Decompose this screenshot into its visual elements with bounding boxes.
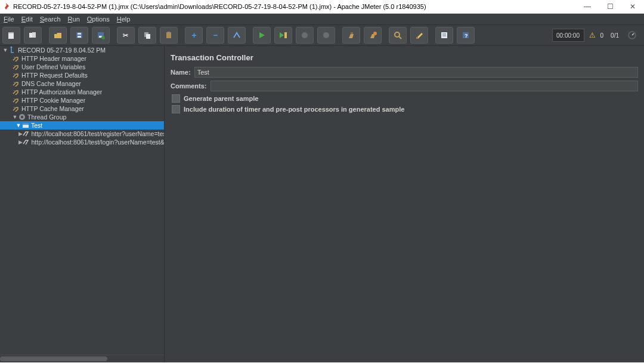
tree-item-label: HTTP Cache Manager xyxy=(21,105,84,112)
sampler-icon xyxy=(23,130,30,137)
controller-icon xyxy=(21,122,30,129)
clear-button[interactable] xyxy=(342,27,360,44)
svg-rect-6 xyxy=(78,33,81,35)
panel-heading: Transaction Controller xyxy=(171,53,638,62)
start-no-pause-button[interactable] xyxy=(274,27,292,44)
tree-root[interactable]: ▼ RECORD 05-27-19 8.04.52 PM xyxy=(0,46,164,54)
svg-point-17 xyxy=(323,32,329,38)
name-input[interactable] xyxy=(194,67,638,78)
tree-cfg-item[interactable]: HTTP Cookie Manager xyxy=(0,96,164,104)
include-duration-checkbox[interactable]: Include duration of timer and pre-post p… xyxy=(171,105,638,113)
tree-item-label: HTTP Cookie Manager xyxy=(21,97,85,104)
tree-item-label: DNS Cache Manager xyxy=(21,80,81,87)
svg-rect-18 xyxy=(351,32,353,34)
wrench-icon xyxy=(12,63,20,70)
stop-button[interactable] xyxy=(296,27,314,44)
open-button[interactable] xyxy=(49,27,67,44)
jmeter-app-icon xyxy=(4,2,10,11)
window-minimize-button[interactable]: — xyxy=(576,0,599,13)
warning-icon[interactable]: ⚠ xyxy=(589,31,596,39)
testplan-icon xyxy=(8,47,17,54)
menu-edit[interactable]: Edit xyxy=(21,16,33,23)
gauge-icon xyxy=(627,30,637,40)
save-button[interactable] xyxy=(70,27,88,44)
templates-button[interactable] xyxy=(24,27,42,44)
warning-count: 0 xyxy=(600,32,604,39)
menu-search[interactable]: Search xyxy=(40,16,61,23)
window-close-button[interactable]: ✕ xyxy=(621,0,644,13)
tree-item-label: HTTP Authorization Manager xyxy=(21,88,102,96)
tree-cfg-item[interactable]: HTTP Cache Manager xyxy=(0,104,164,113)
new-button[interactable] xyxy=(2,27,20,44)
start-button[interactable] xyxy=(253,27,271,44)
tree-item-label: User Defined Variables xyxy=(21,63,85,70)
shutdown-button[interactable] xyxy=(317,27,335,44)
svg-rect-3 xyxy=(32,32,36,38)
window-title: RECORD-05-27-19-8-04-52-PM (1).jmx (C:\U… xyxy=(13,3,640,10)
tree-http-request[interactable]: ▶ http://localhost:8061/test/register?us… xyxy=(0,130,164,138)
sampler-icon xyxy=(23,139,30,146)
search-button[interactable] xyxy=(389,27,407,44)
reset-search-button[interactable] xyxy=(410,27,428,44)
toolbar: ✂ ＋ － ? 00:00:00 ⚠ 0 0/1 xyxy=(0,25,644,46)
copy-button[interactable] xyxy=(138,27,156,44)
config-panel: Transaction Controller Name: Comments: G… xyxy=(165,46,644,362)
tree-http-request[interactable]: ▶ http://localhost:8061/test/login?userN… xyxy=(0,138,164,146)
svg-rect-15 xyxy=(284,32,287,38)
tree-cfg-item[interactable]: DNS Cache Manager xyxy=(0,79,164,88)
svg-text:✂: ✂ xyxy=(123,32,128,39)
tree-cfg-item[interactable]: HTTP Authorization Manager xyxy=(0,88,164,96)
tree-cfg-item[interactable]: HTTP Header manager xyxy=(0,54,164,63)
svg-point-31 xyxy=(11,47,13,48)
menu-help[interactable]: Help xyxy=(117,16,131,23)
tree-thread-group[interactable]: ▼ Thread Group xyxy=(0,113,164,121)
tree-item-label: HTTP Header manager xyxy=(21,55,86,62)
comments-input[interactable] xyxy=(210,81,638,91)
tree-item-label: http://localhost:8061/test/login?userNam… xyxy=(31,139,164,146)
tree-item-label: HTTP Request Defaults xyxy=(21,72,88,79)
checkbox-label: Generate parent sample xyxy=(184,95,258,102)
svg-rect-23 xyxy=(441,32,447,38)
svg-rect-22 xyxy=(416,37,418,39)
menu-run[interactable]: Run xyxy=(68,16,80,23)
wrench-icon xyxy=(12,55,20,62)
wrench-icon xyxy=(12,105,20,112)
function-helper-button[interactable] xyxy=(435,27,453,44)
tree-item-label: http://localhost:8061/test/register?user… xyxy=(31,130,164,137)
wrench-icon xyxy=(12,80,20,87)
svg-line-21 xyxy=(399,36,401,39)
menu-options[interactable]: Options xyxy=(87,16,110,23)
clear-all-button[interactable] xyxy=(364,27,382,44)
expand-all-button[interactable]: ＋ xyxy=(185,27,203,44)
svg-point-16 xyxy=(302,32,308,38)
checkbox-icon xyxy=(172,94,180,103)
generate-parent-sample-checkbox[interactable]: Generate parent sample xyxy=(171,94,638,103)
help-button[interactable]: ? xyxy=(457,27,475,44)
cut-button[interactable]: ✂ xyxy=(117,27,135,44)
tree-horizontal-scrollbar[interactable] xyxy=(0,355,164,362)
svg-point-9 xyxy=(101,36,105,39)
save-as-button[interactable] xyxy=(92,27,110,44)
svg-rect-35 xyxy=(23,123,29,125)
toggle-button[interactable] xyxy=(228,27,246,44)
svg-rect-5 xyxy=(78,36,81,38)
tree-cfg-item[interactable]: HTTP Request Defaults xyxy=(0,71,164,79)
collapse-all-button[interactable]: － xyxy=(206,27,224,44)
checkbox-label: Include duration of timer and pre-post p… xyxy=(184,106,404,113)
paste-button[interactable] xyxy=(160,27,178,44)
wrench-icon xyxy=(12,88,20,96)
tree-transaction-controller[interactable]: ▼ Test xyxy=(0,121,164,130)
test-plan-tree[interactable]: ▼ RECORD 05-27-19 8.04.52 PM HTTP Header… xyxy=(0,46,165,362)
svg-point-20 xyxy=(395,32,400,37)
tree-item-label: Thread Group xyxy=(27,113,66,121)
window-maximize-button[interactable]: ☐ xyxy=(599,0,621,13)
svg-rect-12 xyxy=(146,34,150,39)
menu-file[interactable]: File xyxy=(4,16,14,23)
thread-count: 0/1 xyxy=(611,32,619,39)
tree-cfg-item[interactable]: User Defined Variables xyxy=(0,63,164,71)
svg-text:?: ? xyxy=(465,33,468,39)
svg-point-33 xyxy=(21,116,23,118)
gear-icon xyxy=(18,113,26,121)
svg-point-19 xyxy=(373,32,377,35)
checkbox-icon xyxy=(172,105,180,113)
